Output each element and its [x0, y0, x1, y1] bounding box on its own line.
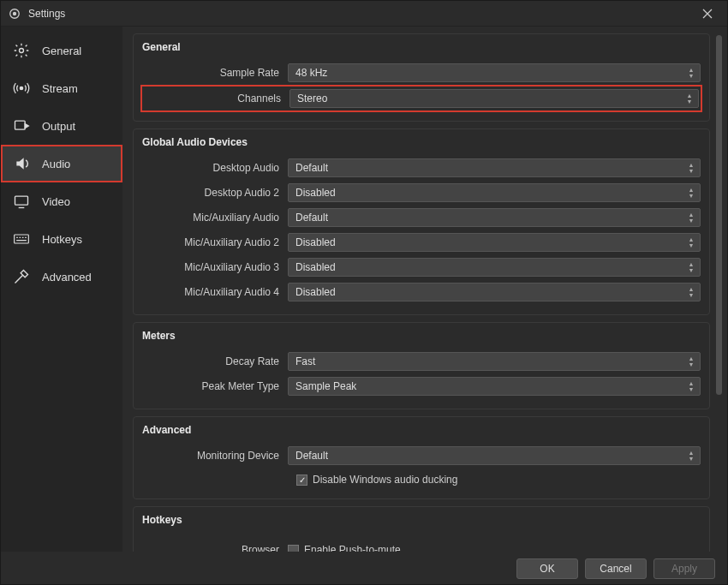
sidebar-item-stream[interactable]: Stream — [1, 69, 122, 107]
monitor-icon — [13, 193, 33, 210]
label-mic4: Mic/Auxiliary Audio 4 — [142, 286, 288, 298]
select-value: Default — [295, 212, 328, 224]
section-title: Advanced — [142, 424, 701, 436]
label-browser: Browser — [142, 544, 288, 552]
label-decay-rate: Decay Rate — [142, 355, 288, 367]
sidebar-item-label: Stream — [42, 82, 78, 95]
titlebar: Settings — [1, 1, 727, 27]
label-desktop-audio2: Desktop Audio 2 — [142, 187, 288, 199]
sidebar-item-label: Video — [42, 195, 70, 208]
svg-point-1 — [13, 11, 16, 15]
select-value: 48 kHz — [295, 67, 327, 79]
svg-rect-4 — [15, 121, 26, 129]
keyboard-icon — [13, 230, 33, 248]
select-sample-rate[interactable]: 48 kHz ▲▼ — [288, 63, 701, 82]
apply-button[interactable]: Apply — [653, 558, 715, 579]
select-mic1[interactable]: Default▲▼ — [288, 208, 701, 227]
footer: OK Cancel Apply — [1, 552, 727, 585]
label-desktop-audio: Desktop Audio — [142, 162, 288, 174]
sidebar-item-hotkeys[interactable]: Hotkeys — [1, 220, 122, 258]
broadcast-icon — [13, 80, 33, 97]
sidebar-item-video[interactable]: Video — [1, 182, 122, 220]
checkbox-ducking[interactable]: ✓ — [296, 475, 307, 486]
label-ducking: Disable Windows audio ducking — [313, 474, 457, 486]
select-desktop-audio2[interactable]: Disabled▲▼ — [288, 183, 701, 202]
obs-icon — [8, 7, 21, 21]
output-icon — [13, 117, 33, 134]
select-mic2[interactable]: Disabled▲▼ — [288, 233, 701, 252]
select-value: Stereo — [297, 93, 327, 104]
select-desktop-audio[interactable]: Default▲▼ — [288, 158, 701, 177]
select-mic3[interactable]: Disabled▲▼ — [288, 258, 701, 277]
svg-rect-5 — [15, 196, 28, 205]
label-mic3: Mic/Auxiliary Audio 3 — [142, 261, 288, 273]
sidebar-item-label: Audio — [42, 158, 70, 170]
sidebar: General Stream Output Audio Video — [1, 27, 122, 552]
label-channels: Channels — [144, 93, 289, 104]
select-channels[interactable]: Stereo ▲▼ — [289, 89, 699, 108]
updown-icon: ▲▼ — [686, 379, 696, 394]
scrollbar[interactable] — [716, 35, 722, 395]
select-value: Disabled — [295, 286, 336, 298]
select-decay-rate[interactable]: Fast▲▼ — [288, 352, 701, 371]
window-title: Settings — [28, 8, 695, 20]
main-panel: General Sample Rate 48 kHz ▲▼ Channels S… — [122, 27, 727, 552]
sidebar-item-label: General — [42, 45, 81, 57]
section-title: Meters — [142, 330, 701, 342]
svg-point-2 — [20, 49, 24, 53]
sidebar-item-label: Output — [42, 120, 75, 133]
section-title: Global Audio Devices — [142, 136, 701, 148]
updown-icon: ▲▼ — [686, 354, 696, 369]
sidebar-item-general[interactable]: General — [1, 32, 122, 69]
updown-icon: ▲▼ — [686, 65, 696, 81]
sidebar-item-label: Hotkeys — [42, 233, 82, 246]
updown-icon: ▲▼ — [686, 235, 696, 250]
select-value: Fast — [295, 355, 315, 367]
row-sample-rate: Sample Rate 48 kHz ▲▼ — [142, 62, 701, 84]
select-value: Default — [295, 162, 328, 174]
section-advanced: Advanced Monitoring DeviceDefault▲▼ ✓ Di… — [133, 416, 710, 499]
select-value: Sample Peak — [295, 380, 356, 392]
row-ptm-enable: Browser Enable Push-to-mute — [142, 540, 701, 552]
sidebar-item-audio[interactable]: Audio — [1, 145, 122, 182]
section-global-audio: Global Audio Devices Desktop AudioDefaul… — [133, 128, 710, 315]
gear-icon — [13, 42, 33, 59]
select-peak-meter[interactable]: Sample Peak▲▼ — [288, 377, 701, 396]
select-monitoring[interactable]: Default▲▼ — [288, 446, 701, 465]
label-mic2: Mic/Auxiliary Audio 2 — [142, 236, 288, 248]
tools-icon — [13, 268, 33, 285]
label-peak-meter: Peak Meter Type — [142, 380, 288, 392]
label-mic1: Mic/Auxiliary Audio — [142, 212, 288, 224]
label-sample-rate: Sample Rate — [142, 67, 288, 79]
label-monitoring: Monitoring Device — [142, 450, 288, 462]
row-ducking: ✓ Disable Windows audio ducking — [142, 469, 701, 490]
updown-icon: ▲▼ — [686, 260, 696, 275]
select-mic4[interactable]: Disabled▲▼ — [288, 283, 701, 301]
updown-icon: ▲▼ — [686, 448, 696, 463]
svg-rect-6 — [15, 235, 29, 243]
updown-icon: ▲▼ — [684, 91, 695, 106]
section-hotkeys: Hotkeys Browser Enable Push-to-mute Push… — [133, 506, 710, 552]
section-meters: Meters Decay RateFast▲▼ Peak Meter TypeS… — [133, 322, 710, 409]
select-value: Disabled — [295, 187, 336, 199]
section-general: General Sample Rate 48 kHz ▲▼ Channels S… — [133, 33, 710, 122]
svg-point-3 — [20, 87, 22, 89]
checkbox-ptm[interactable] — [288, 545, 299, 552]
label-ptm: Enable Push-to-mute — [304, 544, 401, 552]
sidebar-item-label: Advanced — [42, 271, 92, 284]
ok-button[interactable]: OK — [516, 558, 578, 579]
row-channels: Channels Stereo ▲▼ — [142, 87, 701, 110]
updown-icon: ▲▼ — [686, 160, 696, 176]
sidebar-item-output[interactable]: Output — [1, 107, 122, 145]
select-value: Disabled — [295, 261, 336, 273]
updown-icon: ▲▼ — [686, 185, 696, 200]
cancel-button[interactable]: Cancel — [585, 558, 647, 579]
audio-icon — [13, 155, 33, 172]
sidebar-item-advanced[interactable]: Advanced — [1, 258, 122, 295]
updown-icon: ▲▼ — [686, 210, 696, 225]
section-title: General — [142, 41, 701, 53]
select-value: Disabled — [295, 236, 336, 248]
select-value: Default — [295, 450, 328, 462]
updown-icon: ▲▼ — [686, 284, 696, 300]
close-button[interactable] — [695, 2, 720, 26]
